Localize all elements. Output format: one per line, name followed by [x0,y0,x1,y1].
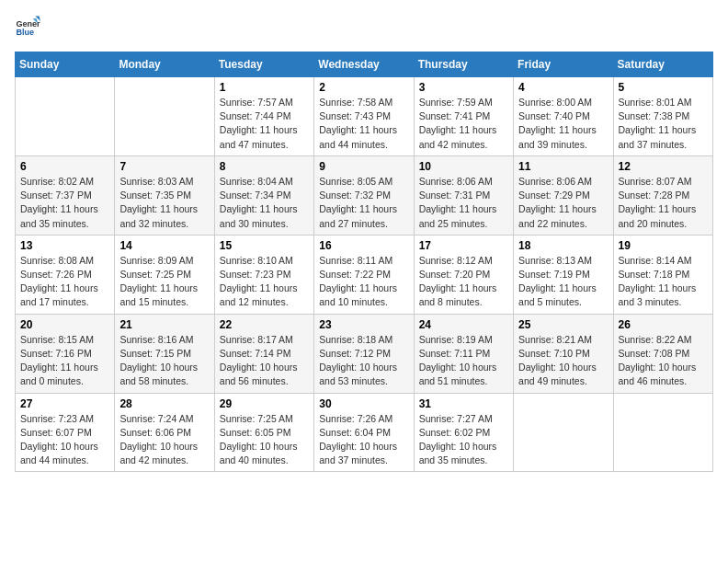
day-number: 29 [220,397,309,410]
calendar-cell: 30Sunrise: 7:26 AMSunset: 6:04 PMDayligh… [314,393,414,472]
day-info: Sunrise: 8:00 AMSunset: 7:40 PMDaylight:… [518,96,608,152]
day-number: 15 [220,239,309,252]
calendar-cell: 3Sunrise: 7:59 AMSunset: 7:41 PMDaylight… [414,77,513,156]
day-number: 23 [319,318,408,331]
day-number: 25 [518,318,608,331]
day-number: 4 [518,81,608,94]
calendar-cell: 8Sunrise: 8:04 AMSunset: 7:34 PMDaylight… [214,155,313,235]
calendar-cell: 13Sunrise: 8:08 AMSunset: 7:26 PMDayligh… [16,235,115,314]
calendar-cell: 10Sunrise: 8:06 AMSunset: 7:31 PMDayligh… [414,155,513,235]
day-number: 7 [119,160,209,173]
calendar-cell: 11Sunrise: 8:06 AMSunset: 7:29 PMDayligh… [514,155,613,235]
day-number: 11 [518,160,608,173]
calendar-cell: 14Sunrise: 8:09 AMSunset: 7:25 PMDayligh… [115,235,214,314]
calendar-cell: 17Sunrise: 8:12 AMSunset: 7:20 PMDayligh… [414,235,513,314]
day-number: 16 [319,239,408,252]
calendar-cell: 2Sunrise: 7:58 AMSunset: 7:43 PMDaylight… [314,77,414,156]
day-number: 10 [419,160,508,173]
calendar-cell: 9Sunrise: 8:05 AMSunset: 7:32 PMDaylight… [314,155,414,235]
calendar-cell: 5Sunrise: 8:01 AMSunset: 7:38 PMDaylight… [613,77,712,156]
day-info: Sunrise: 8:01 AMSunset: 7:38 PMDaylight:… [619,96,708,152]
day-info: Sunrise: 7:23 AMSunset: 6:07 PMDaylight:… [20,412,109,468]
day-info: Sunrise: 8:08 AMSunset: 7:26 PMDaylight:… [20,254,109,310]
day-number: 13 [20,239,109,252]
day-number: 27 [20,397,109,410]
logo: General Blue [15,15,44,40]
day-info: Sunrise: 8:15 AMSunset: 7:16 PMDaylight:… [20,333,109,389]
day-info: Sunrise: 8:09 AMSunset: 7:25 PMDaylight:… [119,254,209,310]
weekday-header-thursday: Thursday [414,52,513,77]
calendar-cell: 19Sunrise: 8:14 AMSunset: 7:18 PMDayligh… [613,235,712,314]
day-info: Sunrise: 7:26 AMSunset: 6:04 PMDaylight:… [319,412,408,468]
calendar-cell: 28Sunrise: 7:24 AMSunset: 6:06 PMDayligh… [115,393,214,472]
header: General Blue [15,15,713,40]
calendar-cell: 12Sunrise: 8:07 AMSunset: 7:28 PMDayligh… [613,155,712,235]
day-info: Sunrise: 8:02 AMSunset: 7:37 PMDaylight:… [20,175,109,231]
calendar-cell [115,77,214,156]
day-number: 17 [419,239,508,252]
weekday-header-sunday: Sunday [16,52,115,77]
calendar-cell: 27Sunrise: 7:23 AMSunset: 6:07 PMDayligh… [16,393,115,472]
calendar-cell [613,393,712,472]
day-number: 30 [319,397,408,410]
day-number: 5 [619,81,708,94]
calendar-cell: 24Sunrise: 8:19 AMSunset: 7:11 PMDayligh… [414,314,513,393]
calendar-cell: 15Sunrise: 8:10 AMSunset: 7:23 PMDayligh… [214,235,313,314]
calendar-cell: 1Sunrise: 7:57 AMSunset: 7:44 PMDaylight… [214,77,313,156]
day-number: 24 [419,318,508,331]
day-info: Sunrise: 8:17 AMSunset: 7:14 PMDaylight:… [220,333,309,389]
calendar-cell: 21Sunrise: 8:16 AMSunset: 7:15 PMDayligh… [115,314,214,393]
calendar-cell: 6Sunrise: 8:02 AMSunset: 7:37 PMDaylight… [16,155,115,235]
calendar-cell: 23Sunrise: 8:18 AMSunset: 7:12 PMDayligh… [314,314,414,393]
weekday-header-friday: Friday [514,52,613,77]
calendar-cell: 4Sunrise: 8:00 AMSunset: 7:40 PMDaylight… [514,77,613,156]
calendar-cell: 16Sunrise: 8:11 AMSunset: 7:22 PMDayligh… [314,235,414,314]
day-info: Sunrise: 8:19 AMSunset: 7:11 PMDaylight:… [419,333,508,389]
day-info: Sunrise: 8:13 AMSunset: 7:19 PMDaylight:… [518,254,608,310]
day-number: 28 [119,397,209,410]
day-number: 31 [419,397,508,410]
calendar-cell: 7Sunrise: 8:03 AMSunset: 7:35 PMDaylight… [115,155,214,235]
day-number: 6 [20,160,109,173]
day-info: Sunrise: 8:06 AMSunset: 7:31 PMDaylight:… [419,175,508,231]
day-number: 1 [220,81,309,94]
day-info: Sunrise: 8:14 AMSunset: 7:18 PMDaylight:… [619,254,708,310]
day-number: 18 [518,239,608,252]
day-info: Sunrise: 8:18 AMSunset: 7:12 PMDaylight:… [319,333,408,389]
day-info: Sunrise: 8:07 AMSunset: 7:28 PMDaylight:… [619,175,708,231]
calendar-cell: 31Sunrise: 7:27 AMSunset: 6:02 PMDayligh… [414,393,513,472]
calendar-cell: 22Sunrise: 8:17 AMSunset: 7:14 PMDayligh… [214,314,313,393]
svg-text:Blue: Blue [16,28,34,37]
day-info: Sunrise: 7:27 AMSunset: 6:02 PMDaylight:… [419,412,508,468]
day-info: Sunrise: 7:25 AMSunset: 6:05 PMDaylight:… [220,412,309,468]
logo-icon: General Blue [15,15,40,40]
calendar-cell: 26Sunrise: 8:22 AMSunset: 7:08 PMDayligh… [613,314,712,393]
day-info: Sunrise: 8:16 AMSunset: 7:15 PMDaylight:… [119,333,209,389]
weekday-header-wednesday: Wednesday [314,52,414,77]
day-number: 9 [319,160,408,173]
day-info: Sunrise: 8:03 AMSunset: 7:35 PMDaylight:… [119,175,209,231]
day-info: Sunrise: 8:21 AMSunset: 7:10 PMDaylight:… [518,333,608,389]
day-number: 2 [319,81,408,94]
day-info: Sunrise: 8:04 AMSunset: 7:34 PMDaylight:… [220,175,309,231]
day-number: 20 [20,318,109,331]
day-number: 14 [119,239,209,252]
weekday-header-tuesday: Tuesday [214,52,313,77]
day-number: 22 [220,318,309,331]
calendar-cell: 29Sunrise: 7:25 AMSunset: 6:05 PMDayligh… [214,393,313,472]
weekday-header-monday: Monday [115,52,214,77]
day-number: 3 [419,81,508,94]
day-info: Sunrise: 8:10 AMSunset: 7:23 PMDaylight:… [220,254,309,310]
day-info: Sunrise: 8:11 AMSunset: 7:22 PMDaylight:… [319,254,408,310]
day-number: 8 [220,160,309,173]
day-number: 12 [619,160,708,173]
calendar-cell [514,393,613,472]
calendar-cell [16,77,115,156]
day-info: Sunrise: 8:12 AMSunset: 7:20 PMDaylight:… [419,254,508,310]
calendar-cell: 20Sunrise: 8:15 AMSunset: 7:16 PMDayligh… [16,314,115,393]
day-info: Sunrise: 7:59 AMSunset: 7:41 PMDaylight:… [419,96,508,152]
day-info: Sunrise: 7:24 AMSunset: 6:06 PMDaylight:… [119,412,209,468]
day-number: 26 [619,318,708,331]
calendar-cell: 25Sunrise: 8:21 AMSunset: 7:10 PMDayligh… [514,314,613,393]
day-info: Sunrise: 8:06 AMSunset: 7:29 PMDaylight:… [518,175,608,231]
